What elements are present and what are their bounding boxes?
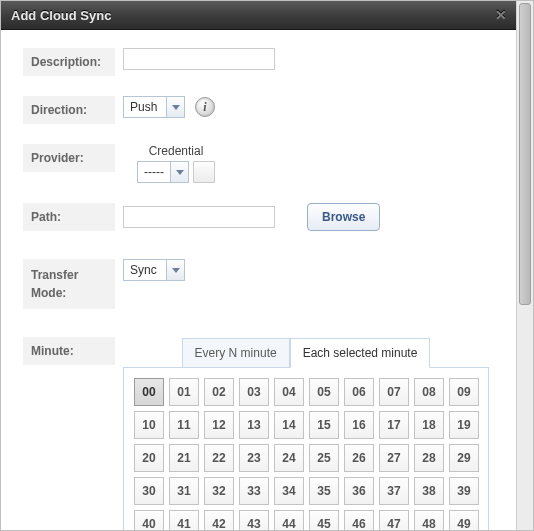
label-description: Description: (23, 48, 115, 76)
minute-cell-28[interactable]: 28 (414, 444, 444, 472)
scrollbar-thumb[interactable] (519, 3, 531, 305)
minute-cell-14[interactable]: 14 (274, 411, 304, 439)
credential-value: ----- (144, 165, 164, 179)
transfer-mode-select[interactable]: Sync (123, 259, 185, 281)
chevron-down-icon (172, 105, 180, 110)
minute-cell-16[interactable]: 16 (344, 411, 374, 439)
path-input[interactable] (123, 206, 275, 228)
row-minute: Minute: Every N minute Each selected min… (23, 337, 495, 530)
row-direction: Direction: Push i (23, 96, 495, 124)
vertical-scrollbar[interactable] (516, 1, 533, 530)
title-bar: Add Cloud Sync ✕ (1, 1, 517, 30)
minute-cell-37[interactable]: 37 (379, 477, 409, 505)
minute-cell-04[interactable]: 04 (274, 378, 304, 406)
close-icon[interactable]: ✕ (495, 7, 507, 23)
minute-cell-03[interactable]: 03 (239, 378, 269, 406)
label-minute: Minute: (23, 337, 115, 365)
minute-cell-42[interactable]: 42 (204, 510, 234, 530)
minute-tabs: Every N minute Each selected minute (182, 338, 431, 368)
minute-cell-15[interactable]: 15 (309, 411, 339, 439)
label-provider: Provider: (23, 144, 115, 172)
dialog-content: Add Cloud Sync ✕ Description: Direction:… (1, 1, 517, 530)
minute-cell-32[interactable]: 32 (204, 477, 234, 505)
description-input[interactable] (123, 48, 275, 70)
label-path: Path: (23, 203, 115, 231)
transfer-mode-dropdown-button[interactable] (167, 259, 185, 281)
credential-select[interactable]: ----- (137, 161, 189, 183)
minute-cell-09[interactable]: 09 (449, 378, 479, 406)
minute-cell-30[interactable]: 30 (134, 477, 164, 505)
dialog-title: Add Cloud Sync (11, 8, 111, 23)
minute-cell-34[interactable]: 34 (274, 477, 304, 505)
minute-cell-00[interactable]: 00 (134, 378, 164, 406)
minute-cell-05[interactable]: 05 (309, 378, 339, 406)
tab-each-selected-minute[interactable]: Each selected minute (290, 338, 431, 368)
minute-cell-33[interactable]: 33 (239, 477, 269, 505)
minute-cell-29[interactable]: 29 (449, 444, 479, 472)
row-description: Description: (23, 48, 495, 76)
minute-cell-19[interactable]: 19 (449, 411, 479, 439)
minute-cell-21[interactable]: 21 (169, 444, 199, 472)
minute-cell-26[interactable]: 26 (344, 444, 374, 472)
minute-cell-48[interactable]: 48 (414, 510, 444, 530)
minute-cell-35[interactable]: 35 (309, 477, 339, 505)
browse-button[interactable]: Browse (307, 203, 380, 231)
minute-cell-08[interactable]: 08 (414, 378, 444, 406)
row-transfer-mode: Transfer Mode: Sync (23, 259, 495, 309)
credential-label: Credential (149, 144, 204, 158)
minute-cell-24[interactable]: 24 (274, 444, 304, 472)
minute-cell-38[interactable]: 38 (414, 477, 444, 505)
minute-cell-40[interactable]: 40 (134, 510, 164, 530)
minute-cell-25[interactable]: 25 (309, 444, 339, 472)
minute-cell-41[interactable]: 41 (169, 510, 199, 530)
minute-cell-12[interactable]: 12 (204, 411, 234, 439)
minute-cell-43[interactable]: 43 (239, 510, 269, 530)
credential-extra-button[interactable] (193, 161, 215, 183)
minute-cell-18[interactable]: 18 (414, 411, 444, 439)
dialog-window: Add Cloud Sync ✕ Description: Direction:… (0, 0, 534, 531)
minute-cell-20[interactable]: 20 (134, 444, 164, 472)
minute-cell-10[interactable]: 10 (134, 411, 164, 439)
credential-dropdown-button[interactable] (171, 161, 189, 183)
minute-cell-49[interactable]: 49 (449, 510, 479, 530)
minute-cell-06[interactable]: 06 (344, 378, 374, 406)
row-provider: Provider: Credential ----- (23, 144, 495, 183)
transfer-mode-value: Sync (130, 263, 157, 277)
direction-value: Push (130, 100, 157, 114)
form-body: Description: Direction: Push i Provider: (1, 30, 517, 530)
minute-cell-45[interactable]: 45 (309, 510, 339, 530)
minute-cell-07[interactable]: 07 (379, 378, 409, 406)
direction-select[interactable]: Push (123, 96, 185, 118)
minute-cell-02[interactable]: 02 (204, 378, 234, 406)
minute-cell-01[interactable]: 01 (169, 378, 199, 406)
minute-cell-47[interactable]: 47 (379, 510, 409, 530)
minute-cell-31[interactable]: 31 (169, 477, 199, 505)
minute-cell-13[interactable]: 13 (239, 411, 269, 439)
label-transfer-mode: Transfer Mode: (23, 259, 115, 309)
minute-cell-17[interactable]: 17 (379, 411, 409, 439)
minute-cell-46[interactable]: 46 (344, 510, 374, 530)
minute-cell-44[interactable]: 44 (274, 510, 304, 530)
minute-cell-27[interactable]: 27 (379, 444, 409, 472)
minute-cell-36[interactable]: 36 (344, 477, 374, 505)
minute-grid: 0001020304050607080910111213141516171819… (134, 378, 478, 530)
minute-cell-22[interactable]: 22 (204, 444, 234, 472)
direction-dropdown-button[interactable] (167, 96, 185, 118)
tab-every-n-minute[interactable]: Every N minute (182, 338, 290, 368)
label-direction: Direction: (23, 96, 115, 124)
minute-cell-11[interactable]: 11 (169, 411, 199, 439)
minute-cell-39[interactable]: 39 (449, 477, 479, 505)
minute-cell-23[interactable]: 23 (239, 444, 269, 472)
info-icon[interactable]: i (195, 97, 215, 117)
chevron-down-icon (172, 268, 180, 273)
minute-tab-body: 0001020304050607080910111213141516171819… (123, 367, 489, 530)
chevron-down-icon (176, 170, 184, 175)
row-path: Path: Browse (23, 203, 495, 231)
